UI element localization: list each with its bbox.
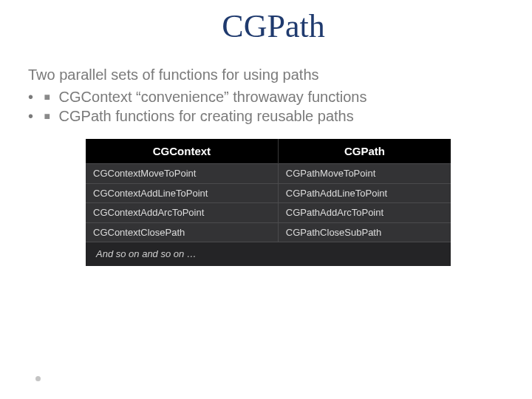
table-header-cgcontext: CGContext: [86, 139, 278, 164]
table-cell: CGContextAddLineToPoint: [86, 183, 278, 203]
table-cell: CGPathMoveToPoint: [278, 164, 451, 184]
bullet-dot-icon: •: [28, 87, 40, 106]
table: CGContext CGPath CGContextMoveToPoint CG…: [86, 139, 451, 266]
square-icon: ■: [44, 91, 50, 103]
table-cell: CGContextMoveToPoint: [86, 164, 278, 184]
table-footer-row: And so on and so on …: [86, 242, 451, 266]
comparison-table: CGContext CGPath CGContextMoveToPoint CG…: [86, 139, 451, 266]
table-cell: CGContextAddArcToPoint: [86, 203, 278, 223]
table-row: CGContextClosePath CGPathCloseSubPath: [86, 222, 451, 242]
intro-text: Two parallel sets of functions for using…: [28, 66, 504, 84]
table-cell: CGPathAddLineToPoint: [278, 183, 451, 203]
slide-body: Two parallel sets of functions for using…: [0, 66, 532, 266]
page-indicator-icon: [35, 376, 41, 381]
bullet-dot-icon: •: [28, 106, 40, 126]
table-row: CGContextAddLineToPoint CGPathAddLineToP…: [86, 183, 451, 203]
square-icon: ■: [44, 110, 50, 122]
bullet-item: • ■ CGPath functions for creating reusab…: [28, 106, 504, 126]
table-header-cgpath: CGPath: [278, 139, 451, 164]
table-footer-text: And so on and so on …: [86, 242, 451, 266]
table-row: CGContextAddArcToPoint CGPathAddArcToPoi…: [86, 203, 451, 223]
slide-title: CGPath: [15, 7, 532, 45]
bullet-text: CGPath functions for creating reusable p…: [59, 108, 354, 124]
table-cell: CGPathAddArcToPoint: [278, 203, 451, 223]
bullet-text: CGContext “convenience” throwaway functi…: [59, 89, 367, 105]
slide: CGPath Two parallel sets of functions fo…: [0, 7, 532, 399]
table-row: CGContextMoveToPoint CGPathMoveToPoint: [86, 164, 451, 184]
table-cell: CGContextClosePath: [86, 222, 278, 242]
bullet-item: • ■ CGContext “convenience” throwaway fu…: [28, 87, 504, 106]
table-cell: CGPathCloseSubPath: [278, 222, 451, 242]
